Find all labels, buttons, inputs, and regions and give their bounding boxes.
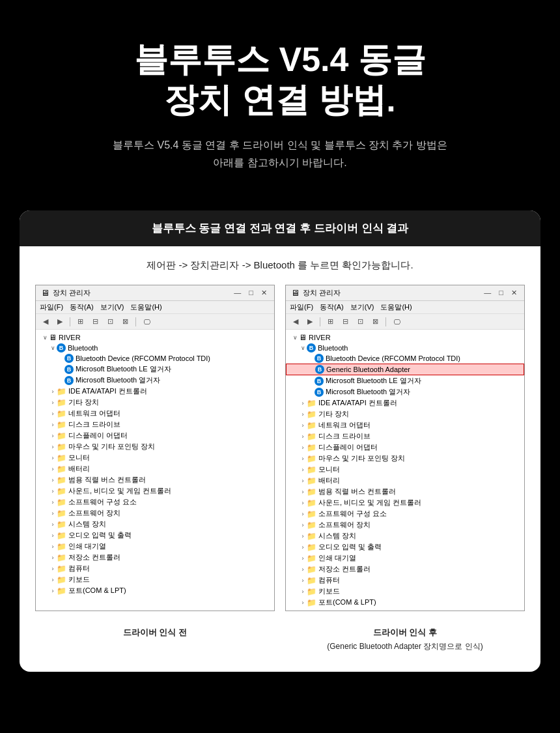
left-expand-storage[interactable]: › [49,554,57,561]
right-tree-row-keyboard[interactable]: › 📁 키보드 [286,586,524,597]
right-expand-ide[interactable]: › [299,400,307,407]
right-tree-row-bt-ms[interactable]: B Microsoft Bluetooth 열거자 [286,386,524,397]
right-expand-swdev[interactable]: › [299,522,307,528]
left-expand-disk[interactable]: › [49,422,57,428]
left-tree-row-port[interactable]: › 📁 포트(COM & LPT) [36,585,274,596]
right-menu-help[interactable]: 도움말(H) [380,302,412,312]
right-expand-computer[interactable]: › [299,577,307,584]
left-expand-river[interactable]: ∨ [41,334,49,341]
right-tree-row-mouse[interactable]: › 📁 마우스 및 기타 포인팅 장치 [286,453,524,464]
left-tb-icon3[interactable]: ⊡ [104,316,117,327]
left-expand-audio[interactable]: › [49,532,57,539]
left-tree-row-storage[interactable]: › 📁 저장소 컨트롤러 [36,552,274,563]
right-menu-view[interactable]: 보기(V) [350,302,374,312]
right-menu-file[interactable]: 파일(F) [290,302,313,312]
left-close-btn[interactable]: ✕ [259,289,269,297]
right-tree-row-generic-bt[interactable]: B Generic Bluetooth Adapter [286,364,524,375]
left-expand-port[interactable]: › [49,588,57,594]
right-tree-row-net[interactable]: › 📁 네트워크 어댑터 [286,420,524,431]
right-tree-row-storage[interactable]: › 📁 저장소 컨트롤러 [286,564,524,575]
left-expand-sound[interactable]: › [49,488,57,495]
right-expand-print[interactable]: › [299,555,307,562]
right-tree-row-display[interactable]: › 📁 디스플레이 어댑터 [286,442,524,453]
left-tree-row-other[interactable]: › 📁 기타 장치 [36,397,274,408]
right-tree-row-sysdev[interactable]: › 📁 시스템 장치 [286,530,524,541]
left-tree-row-bt-rfcomm[interactable]: B Bluetooth Device (RFCOMM Protocol TDI) [36,353,274,364]
right-expand-usb[interactable]: › [299,489,307,495]
left-tree-row-swdev[interactable]: › 📁 소프트웨어 장치 [36,508,274,519]
right-expand-keyboard[interactable]: › [299,588,307,595]
right-tb-icon4[interactable]: ⊠ [369,316,382,327]
left-tb-monitor[interactable]: 🖵 [140,317,154,327]
right-menu-action[interactable]: 동작(A) [320,302,344,312]
left-tree-row-sysdev[interactable]: › 📁 시스템 장치 [36,519,274,530]
right-tree-row-battery[interactable]: › 📁 배터리 [286,475,524,486]
left-expand-monitor[interactable]: › [49,455,57,461]
right-expand-net[interactable]: › [299,422,307,429]
right-tree-row-sound[interactable]: › 📁 사운드, 비디오 및 게임 컨트롤러 [286,497,524,508]
right-expand-bt[interactable]: ∨ [299,345,307,351]
left-tree-row-river[interactable]: ∨ 🖥 RIVER [36,332,274,343]
right-expand-disk[interactable]: › [299,433,307,440]
left-tb-icon2[interactable]: ⊟ [89,316,102,327]
right-expand-audio[interactable]: › [299,544,307,551]
right-tree-row-usb[interactable]: › 📁 범용 직렬 버스 컨트롤러 [286,486,524,497]
left-expand-ide[interactable]: › [49,388,57,395]
right-expand-mouse[interactable]: › [299,455,307,462]
right-expand-battery[interactable]: › [299,478,307,484]
left-expand-swcomp[interactable]: › [49,499,57,506]
right-expand-swcomp[interactable]: › [299,511,307,517]
left-tree-row-swcomp[interactable]: › 📁 소프트웨어 구성 요소 [36,496,274,508]
right-tree-row-river[interactable]: ∨ 🖥 RIVER [286,332,524,343]
left-expand-keyboard[interactable]: › [49,577,57,583]
left-expand-net[interactable]: › [49,410,57,417]
right-tb-icon1[interactable]: ⊞ [324,316,337,327]
right-tree-row-swcomp[interactable]: › 📁 소프트웨어 구성 요소 [286,508,524,519]
right-expand-port[interactable]: › [299,599,307,606]
right-expand-river[interactable]: ∨ [291,334,299,341]
left-tree-row-ide[interactable]: › 📁 IDE ATA/ATAPI 컨트롤러 [36,386,274,397]
right-tree-row-other[interactable]: › 📁 기타 장치 [286,409,524,420]
right-tree-row-print[interactable]: › 📁 인쇄 대기열 [286,553,524,564]
right-expand-storage[interactable]: › [299,566,307,573]
left-tree-row-computer[interactable]: › 📁 컴퓨터 [36,563,274,574]
left-expand-print[interactable]: › [49,543,57,550]
right-tb-icon3[interactable]: ⊡ [354,316,367,327]
right-maximize-btn[interactable]: □ [497,289,505,297]
right-expand-display[interactable]: › [299,444,307,451]
right-tree-row-port[interactable]: › 📁 포트(COM & LPT) [286,597,524,608]
left-expand-swdev[interactable]: › [49,510,57,517]
left-expand-display[interactable]: › [49,433,57,439]
right-tb-monitor[interactable]: 🖵 [390,317,404,327]
right-tree-row-swdev[interactable]: › 📁 소프트웨어 장치 [286,519,524,530]
right-tree-row-bt-rfcomm[interactable]: B Bluetooth Device (RFCOMM Protocol TDI) [286,353,524,364]
left-tree-row-disk[interactable]: › 📁 디스크 드라이브 [36,419,274,430]
left-tree-row-net[interactable]: › 📁 네트워크 어댑터 [36,408,274,419]
right-tree-row-bt-le[interactable]: B Microsoft Bluetooth LE 열거자 [286,375,524,386]
left-expand-mouse[interactable]: › [49,444,57,450]
left-minimize-btn[interactable]: — [232,289,243,297]
left-maximize-btn[interactable]: □ [247,289,255,297]
right-tb-fwd[interactable]: ▶ [304,316,316,327]
left-menu-help[interactable]: 도움말(H) [130,302,161,312]
left-tree-row-print[interactable]: › 📁 인쇄 대기열 [36,541,274,552]
left-tree-row-audio[interactable]: › 📁 오디오 입력 및 출력 [36,530,274,541]
right-expand-sysdev[interactable]: › [299,533,307,539]
left-menu-view[interactable]: 보기(V) [100,302,124,312]
right-tb-back[interactable]: ◀ [290,316,301,327]
left-expand-bt[interactable]: ∨ [49,345,57,351]
right-tree-row-monitor[interactable]: › 📁 모니터 [286,464,524,475]
right-tree-row-disk[interactable]: › 📁 디스크 드라이브 [286,431,524,442]
left-tree-row-usb[interactable]: › 📁 범용 직렬 버스 컨트롤러 [36,474,274,485]
left-tree-row-bt-ms[interactable]: B Microsoft Bluetooth 열거자 [36,375,274,386]
right-close-btn[interactable]: ✕ [509,289,519,297]
left-expand-usb[interactable]: › [49,477,57,483]
left-expand-battery[interactable]: › [49,466,57,472]
left-tb-fwd[interactable]: ▶ [54,316,66,327]
right-expand-monitor[interactable]: › [299,467,307,473]
left-tree-row-bluetooth[interactable]: ∨ B Bluetooth [36,343,274,353]
right-minimize-btn[interactable]: — [482,289,493,297]
left-tb-back[interactable]: ◀ [40,316,51,327]
left-menu-action[interactable]: 동작(A) [70,302,94,312]
right-tree-row-computer[interactable]: › 📁 컴퓨터 [286,575,524,586]
